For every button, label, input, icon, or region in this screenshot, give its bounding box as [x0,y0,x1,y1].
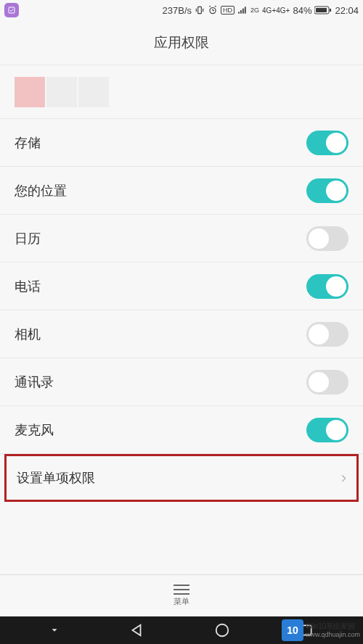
page-title: 应用权限 [154,33,209,52]
app-icon [4,3,19,17]
permission-row-camera[interactable]: 相机 [0,310,363,358]
alarm-icon [208,5,218,15]
row-single-permission-settings[interactable]: 设置单项权限 › [4,454,359,502]
permission-label: 通讯录 [15,373,54,391]
row-label: 设置单项权限 [17,469,95,487]
svg-line-7 [209,6,211,7]
toggle-phone[interactable] [306,274,348,299]
permissions-list: 存储 您的位置 日历 电话 相机 通讯录 麦克风 设置单项权限 › [0,119,363,502]
svg-rect-14 [316,8,327,12]
app-redacted [15,77,109,107]
svg-rect-1 [198,7,202,13]
permission-label: 存储 [15,134,41,152]
vibrate-icon [195,5,205,15]
permission-row-phone[interactable]: 电话 [0,263,363,310]
clock: 22:04 [335,5,359,16]
signal-icon [237,5,248,15]
network-speed: 237B/s [163,5,192,16]
nav-dropdown[interactable] [49,625,60,635]
permission-label: 日历 [15,230,41,247]
hamburger-icon [174,585,189,595]
battery-icon [314,6,332,15]
status-right: 237B/s HD 2G 4G+4G+ 84% 22:04 [163,5,359,16]
network-label: 4G+4G+ [262,7,290,15]
nav-back-button[interactable] [129,622,144,638]
chevron-right-icon: › [341,468,346,487]
app-info-section [0,65,363,119]
svg-rect-15 [330,9,331,12]
toggle-microphone[interactable] [306,418,348,442]
permission-row-contacts[interactable]: 通讯录 [0,358,363,406]
toggle-storage[interactable] [306,131,348,155]
svg-rect-0 [9,7,15,13]
redacted-block [15,77,45,107]
permission-row-location[interactable]: 您的位置 [0,167,363,215]
watermark: 10 Win10系统家园 www.qdhuajin.com [282,619,360,641]
svg-rect-11 [242,9,244,14]
bottom-menu[interactable]: 菜单 [0,574,363,616]
toggle-camera[interactable] [306,322,348,347]
status-left [4,3,19,17]
hd-icon: HD [221,6,234,15]
redacted-block [78,77,109,107]
svg-rect-10 [240,10,242,14]
svg-rect-9 [238,12,240,13]
watermark-line2: www.qdhuajin.com [306,631,360,639]
toggle-location[interactable] [306,178,348,203]
page-header: 应用权限 [0,20,363,65]
permission-row-microphone[interactable]: 麦克风 [0,406,363,454]
menu-label: 菜单 [174,596,189,607]
signal-label: 2G [250,7,259,14]
permission-row-storage[interactable]: 存储 [0,119,363,167]
svg-line-8 [215,6,216,7]
redacted-block [46,77,77,107]
svg-rect-12 [245,7,246,13]
permission-label: 您的位置 [15,182,67,199]
permission-row-calendar[interactable]: 日历 [0,215,363,263]
watermark-line1: Win10系统家园 [306,622,360,631]
permission-label: 电话 [15,278,41,295]
watermark-logo: 10 [282,619,303,641]
permission-label: 相机 [15,326,41,343]
toggle-contacts[interactable] [306,370,348,395]
toggle-calendar[interactable] [306,226,348,251]
nav-home-button[interactable] [214,622,230,638]
status-bar: 237B/s HD 2G 4G+4G+ 84% 22:04 [0,0,363,20]
permission-label: 麦克风 [15,421,54,439]
svg-point-16 [216,624,229,637]
battery-pct: 84% [293,5,311,16]
